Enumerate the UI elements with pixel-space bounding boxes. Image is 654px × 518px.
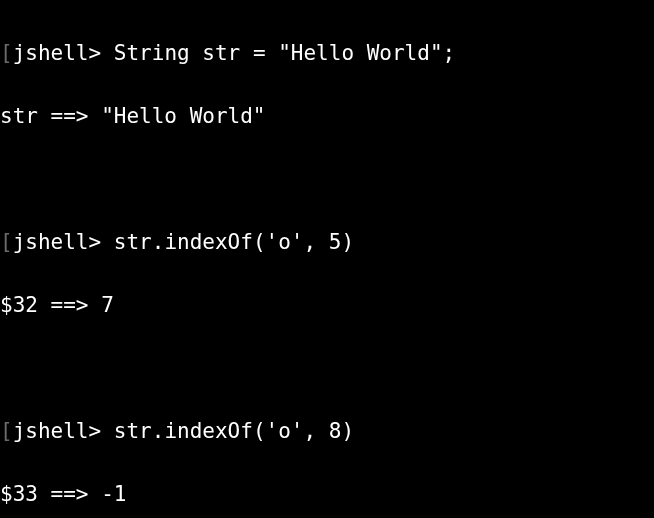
- command-input: String str = "Hello World";: [101, 41, 455, 65]
- prompt: jshell>: [13, 230, 102, 254]
- terminal-line: [jshell> String str = "Hello World";: [0, 38, 654, 70]
- command-input: str.indexOf('o', 5): [101, 230, 354, 254]
- bracket-open: [: [0, 230, 13, 254]
- terminal-output: [jshell> String str = "Hello World"; str…: [0, 6, 654, 518]
- terminal-line: $32 ==> 7: [0, 290, 654, 322]
- bracket-open: [: [0, 419, 13, 443]
- terminal-line: $33 ==> -1: [0, 479, 654, 511]
- terminal-blank-line: [0, 353, 654, 385]
- command-output: str ==> "Hello World": [0, 104, 266, 128]
- command-input: str.indexOf('o', 8): [101, 419, 354, 443]
- command-output: $32 ==> 7: [0, 293, 114, 317]
- terminal-line: str ==> "Hello World": [0, 101, 654, 133]
- command-output: $33 ==> -1: [0, 482, 126, 506]
- terminal-line: [jshell> str.indexOf('o', 8): [0, 416, 654, 448]
- terminal-blank-line: [0, 164, 654, 196]
- terminal-line: [jshell> str.indexOf('o', 5): [0, 227, 654, 259]
- bracket-open: [: [0, 41, 13, 65]
- prompt: jshell>: [13, 419, 102, 443]
- prompt: jshell>: [13, 41, 102, 65]
